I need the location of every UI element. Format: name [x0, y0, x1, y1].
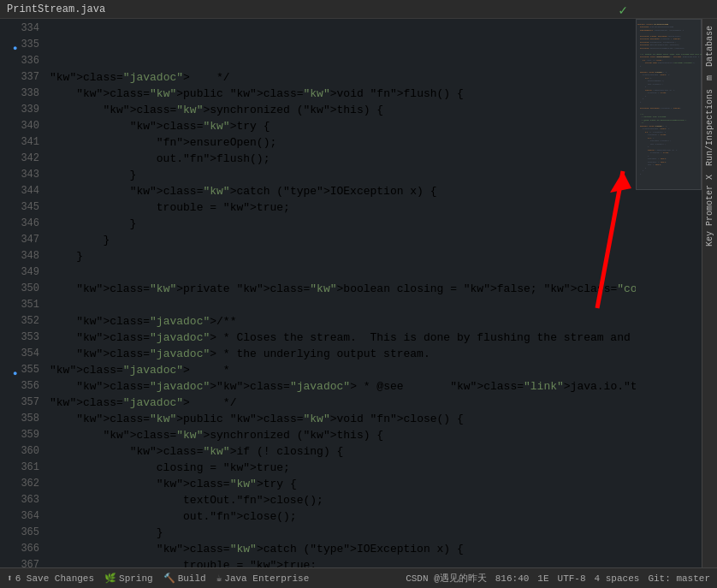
line-number: 334	[3, 21, 39, 37]
side-tab-key-promoter[interactable]: Key Promoter X	[703, 171, 716, 250]
code-line: }	[50, 248, 710, 264]
line-number: 345	[3, 199, 39, 216]
line-number: 346	[3, 216, 39, 232]
minimap[interactable]: public class PrintStream extends FilterO…	[636, 19, 702, 567]
line-number: 354	[3, 346, 39, 362]
line-number: 359	[3, 427, 39, 443]
csdn-label: CSDN @遇见的昨天	[406, 572, 487, 585]
code-line: "fn">ensureOpen();	[50, 134, 710, 151]
code-line	[50, 297, 710, 313]
line-number: 350	[3, 281, 39, 297]
code-line: "kw">class="kw">public "kw">class="kw">v…	[50, 86, 710, 102]
line-number: 357	[3, 395, 39, 411]
line-number: ●355	[3, 362, 39, 378]
cursor-position: 816:40	[495, 573, 530, 584]
code-line: "kw">class="javadoc"> */	[50, 69, 710, 86]
java-enterprise-status[interactable]: ☕ Java Enterprise	[216, 573, 310, 584]
java-label: Java Enterprise	[224, 573, 309, 584]
code-line: }	[50, 167, 710, 183]
title-bar: PrintStream.java	[0, 0, 717, 19]
indent-type: 1E	[537, 573, 548, 584]
code-line: "kw">class="kw">synchronized ("kw">this)…	[50, 102, 710, 118]
spring-status[interactable]: 🌿 Spring	[104, 573, 153, 584]
java-icon: ☕	[216, 573, 222, 584]
checkmark-icon: ✓	[619, 2, 627, 19]
line-number: 353	[3, 330, 39, 346]
line-number: 344	[3, 183, 39, 199]
code-line: "kw">class="kw">catch ("type">IOExceptio…	[50, 183, 710, 199]
git-branch: Git: master	[648, 573, 710, 584]
code-line: closing = "kw">true;	[50, 460, 710, 476]
code-line: "kw">class="kw">public "kw">class="kw">v…	[50, 411, 710, 427]
status-bar: ⬆ 6 Save Changes 🌿 Spring 🔨 Build ☕ Java…	[0, 567, 717, 588]
line-number: 362	[3, 476, 39, 492]
code-line: }	[50, 525, 710, 541]
code-line: "kw">class="javadoc">"kw">class="javadoc…	[50, 378, 710, 395]
line-number: 358	[3, 411, 39, 427]
code-editor[interactable]: 334●335336337338339340341342343344345346…	[0, 19, 717, 567]
main-layout: 334●335336337338339340341342343344345346…	[0, 19, 717, 567]
line-number: 367	[3, 557, 39, 567]
line-number: 356	[3, 378, 39, 395]
spaces: 4 spaces	[595, 573, 640, 584]
gutter-icon[interactable]: ●	[9, 366, 17, 375]
line-number: 343	[3, 167, 39, 183]
code-line: out."fn">close();	[50, 508, 710, 525]
minimap-viewport	[636, 19, 702, 190]
code-line: "kw">class="javadoc"> */	[50, 395, 710, 411]
save-changes-label: 6 Save Changes	[15, 573, 94, 584]
code-line: }	[50, 232, 710, 248]
line-number: 351	[3, 297, 39, 313]
line-number: 347	[3, 232, 39, 248]
line-number: ●335	[3, 37, 39, 53]
line-number: 364	[3, 508, 39, 525]
line-number: 348	[3, 248, 39, 264]
gutter-icon[interactable]: ●	[9, 41, 17, 50]
build-label: Build	[178, 573, 206, 584]
code-line	[50, 264, 710, 281]
line-number: 338	[3, 86, 39, 102]
status-left: ⬆ 6 Save Changes 🌿 Spring 🔨 Build ☕ Java…	[7, 573, 309, 584]
code-line: trouble = "kw">true;	[50, 557, 710, 567]
status-right: CSDN @遇见的昨天 816:40 1E UTF-8 4 spaces Git…	[406, 572, 710, 585]
build-icon: 🔨	[163, 573, 175, 584]
line-number: 363	[3, 492, 39, 508]
line-number: 336	[3, 53, 39, 69]
file-title: PrintStream.java	[7, 3, 105, 15]
code-container: 334●335336337338339340341342343344345346…	[0, 19, 717, 567]
code-line: "kw">class="javadoc"> *	[50, 362, 710, 378]
side-tab-m[interactable]: m	[703, 72, 716, 84]
code-line: "kw">class="javadoc">/**	[50, 313, 710, 330]
code-line: trouble = "kw">true;	[50, 199, 710, 216]
code-lines[interactable]: "kw">class="javadoc"> */ "kw">class="kw"…	[43, 19, 717, 567]
line-number: 342	[3, 151, 39, 167]
save-changes-status[interactable]: ⬆ 6 Save Changes	[7, 573, 94, 584]
code-line: }	[50, 216, 710, 232]
line-number: 366	[3, 541, 39, 557]
side-tab-database[interactable]: Database	[703, 22, 716, 70]
spring-icon: 🌿	[104, 573, 116, 584]
code-line: "kw">class="kw">if (! closing) {	[50, 443, 710, 460]
side-panels: Database m Run/Inspections Key Promoter …	[702, 19, 717, 567]
code-line: "kw">class="kw">try {	[50, 476, 710, 492]
code-line: "kw">class="javadoc"> * Closes the strea…	[50, 330, 710, 346]
line-number: 365	[3, 525, 39, 541]
line-number: 339	[3, 102, 39, 118]
code-line: "kw">class="javadoc"> * the underlying o…	[50, 346, 710, 362]
side-tab-run[interactable]: Run/Inspections	[703, 86, 716, 169]
save-icon: ⬆	[7, 573, 13, 584]
code-line: "kw">class="kw">synchronized ("kw">this)…	[50, 427, 710, 443]
code-line: textOut."fn">close();	[50, 492, 710, 508]
line-number: 361	[3, 460, 39, 476]
line-number: 352	[3, 313, 39, 330]
line-number: 360	[3, 443, 39, 460]
line-number: 341	[3, 134, 39, 151]
spring-label: Spring	[119, 573, 153, 584]
line-number: 340	[3, 118, 39, 134]
code-line: out."fn">flush();	[50, 151, 710, 167]
build-status[interactable]: 🔨 Build	[163, 573, 206, 584]
code-line: "kw">class="kw">try {	[50, 118, 710, 134]
code-line: "kw">class="kw">private "kw">class="kw">…	[50, 281, 710, 297]
line-numbers: 334●335336337338339340341342343344345346…	[0, 19, 43, 567]
encoding: UTF-8	[558, 573, 586, 584]
